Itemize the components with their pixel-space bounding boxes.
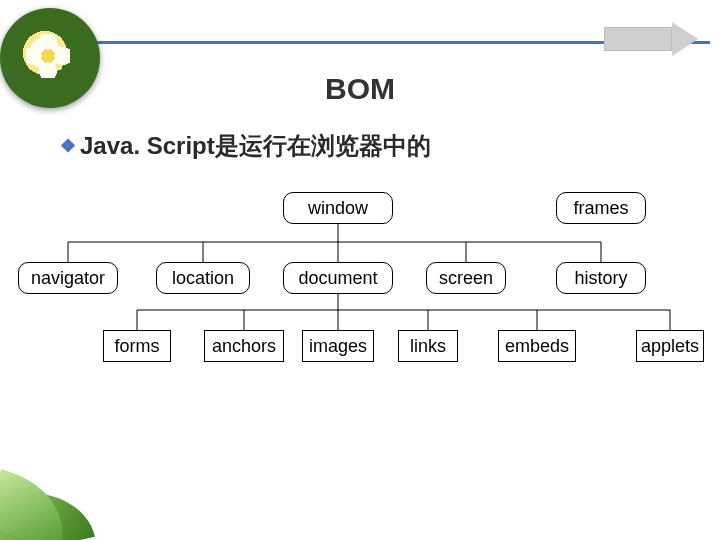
bom-tree-diagram: window frames navigator location documen… bbox=[0, 190, 720, 390]
leaf-anchors: anchors bbox=[204, 330, 284, 362]
node-navigator: navigator bbox=[18, 262, 118, 294]
slide-title: BOM bbox=[0, 72, 720, 106]
leaf-embeds: embeds bbox=[498, 330, 576, 362]
node-history: history bbox=[556, 262, 646, 294]
node-frames: frames bbox=[556, 192, 646, 224]
leaf-forms: forms bbox=[103, 330, 171, 362]
arrow-decoration bbox=[604, 22, 700, 56]
node-window: window bbox=[283, 192, 393, 224]
node-location: location bbox=[156, 262, 250, 294]
leaf-decoration bbox=[0, 440, 120, 540]
leaf-links: links bbox=[398, 330, 458, 362]
bullet-diamond-icon: ❖ bbox=[60, 135, 76, 157]
bullet-item: ❖ Java. Script是运行在浏览器中的 bbox=[60, 130, 431, 162]
bullet-text: Java. Script是运行在浏览器中的 bbox=[80, 130, 431, 162]
leaf-applets: applets bbox=[636, 330, 704, 362]
leaf-images: images bbox=[302, 330, 374, 362]
node-screen: screen bbox=[426, 262, 506, 294]
node-document: document bbox=[283, 262, 393, 294]
